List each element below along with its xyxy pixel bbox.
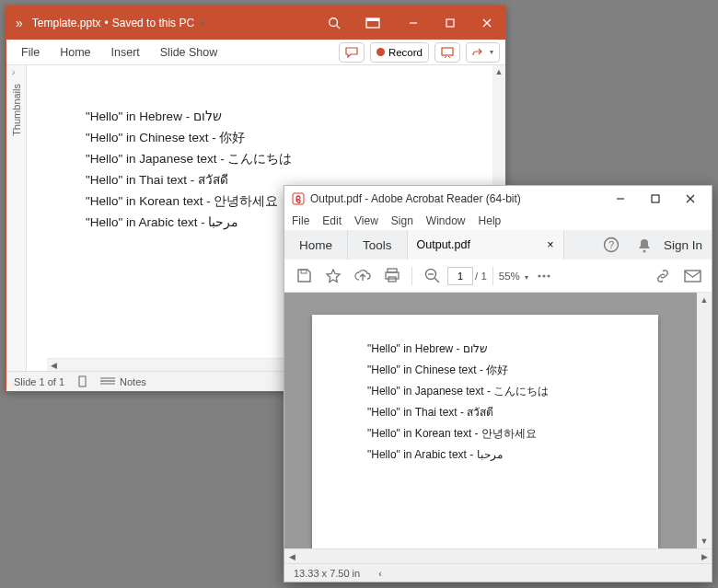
maximize-button[interactable] [432,6,469,40]
page-total: / 1 [475,271,487,282]
more-tools-icon[interactable] [530,262,558,290]
print-icon[interactable] [378,262,406,290]
minimize-button[interactable] [395,6,432,40]
save-icon[interactable] [290,262,318,290]
scroll-down-icon[interactable]: ▼ [697,534,712,548]
status-left-arrow[interactable]: ‹ [378,568,382,579]
star-icon[interactable] [319,262,347,290]
ac-statusbar: 13.33 x 7.50 in ‹ [284,563,712,582]
search-icon[interactable] [318,10,351,36]
ribbon-mode-icon[interactable] [356,10,389,36]
help-icon[interactable]: ? [597,231,625,259]
page-line: "Hello" in Japanese text - こんにちは [367,381,658,402]
tab-slideshow[interactable]: Slide Show [151,42,227,63]
scroll-left-icon[interactable]: ◀ [284,549,299,563]
present-button[interactable] [434,42,460,63]
minimize-button[interactable] [603,186,638,212]
tab-home[interactable]: Home [284,230,348,259]
zoom-out-icon[interactable] [418,262,446,290]
chevron-down-icon[interactable]: ▾ [523,273,528,282]
slide-count: Slide 1 of 1 [14,376,64,387]
page-dims: 13.33 x 7.50 in [294,568,360,579]
share-button[interactable]: ▾ [466,42,500,63]
slide-line: "Hello" in Hebrew - שלום [86,106,492,127]
doc-tab-label: Output.pdf [417,238,470,251]
page-line: "Hello" in Korean text - 안녕하세요 [367,423,658,444]
scroll-up-icon[interactable]: ▲ [492,65,505,78]
svg-point-38 [547,274,550,277]
pp-title: Template.pptx • Saved to this PC ▾ [32,17,318,29]
svg-rect-23 [652,195,659,202]
page-line: "Hello" in Chinese text - 你好 [367,360,658,381]
svg-rect-3 [366,18,379,21]
ac-tabbar: Home Tools Output.pdf × ? Sign In [284,230,712,259]
maximize-button[interactable] [638,186,673,212]
pp-title-sep: • [105,17,109,29]
slide-line: "Hello" in Chinese text - 你好 [86,127,492,148]
tab-tools[interactable]: Tools [348,230,408,259]
menu-sign[interactable]: Sign [391,214,413,227]
accessibility-button[interactable] [77,375,87,387]
record-button[interactable]: Record [370,42,429,63]
svg-line-1 [337,26,341,29]
page-text: "Hello" in Hebrew - שלום "Hello" in Chin… [312,315,658,466]
ac-horizontal-scrollbar[interactable]: ◀ ▶ [284,548,712,563]
more-commands-icon[interactable]: » [6,16,32,30]
record-label: Record [388,47,423,58]
pp-ribbon-tabs: File Home Insert Slide Show Record ▾ [6,40,505,65]
tab-insert[interactable]: Insert [102,42,149,63]
tab-file[interactable]: File [12,42,49,63]
chevron-down-icon[interactable]: ▾ [201,19,204,28]
menu-file[interactable]: File [292,214,309,227]
svg-point-28 [643,249,645,252]
signin-button[interactable]: Sign In [664,238,702,252]
document-tab[interactable]: Output.pdf × [408,230,564,259]
svg-line-34 [434,278,439,282]
close-button[interactable] [673,186,708,212]
scroll-up-icon[interactable]: ▲ [697,293,712,307]
svg-point-37 [542,274,545,277]
pdf-page[interactable]: "Hello" in Hebrew - שלום "Hello" in Chin… [312,315,658,548]
svg-rect-9 [79,376,86,386]
link-icon[interactable] [649,262,677,290]
notes-label: Notes [120,376,146,387]
chevron-down-icon[interactable]: ▾ [490,48,493,56]
cloud-icon[interactable] [349,262,376,290]
comments-button[interactable] [339,42,365,63]
close-button[interactable] [469,6,505,40]
svg-rect-39 [685,271,701,282]
menu-window[interactable]: Window [426,214,466,227]
pp-title-state: Saved to this PC [112,17,194,29]
acrobat-window: Output.pdf - Adobe Acrobat Reader (64-bi… [284,185,712,582]
menu-edit[interactable]: Edit [322,214,342,227]
page-line: "Hello" in Thai text - สวัสดี [367,402,658,423]
ac-title: Output.pdf - Adobe Acrobat Reader (64-bi… [310,192,521,205]
thumbnails-label: Thumbnails [11,84,22,136]
close-tab-icon[interactable]: × [547,238,553,251]
page-line: "Hello" in Arabic text - مرحبا [367,444,658,466]
expand-icon[interactable]: › [12,67,15,77]
svg-point-36 [538,274,540,277]
pp-titlebar[interactable]: » Template.pptx • Saved to this PC ▾ [6,6,505,40]
document-area[interactable]: "Hello" in Hebrew - שלום "Hello" in Chin… [284,293,697,548]
zoom-level[interactable]: 55% ▾ [499,271,528,282]
thumbnails-pane[interactable]: › Thumbnails [6,65,27,371]
record-icon [376,48,385,56]
svg-rect-5 [446,19,454,27]
bell-icon[interactable] [631,231,658,259]
pp-sys-controls [395,6,505,40]
menu-help[interactable]: Help [479,214,502,227]
svg-point-0 [330,18,338,27]
tab-home[interactable]: Home [51,42,99,63]
menu-view[interactable]: View [354,214,378,227]
ac-menubar: File Edit View Sign Window Help [284,212,712,230]
zoom-label: 55% [499,271,520,282]
scroll-right-icon[interactable]: ▶ [697,549,712,563]
svg-text:?: ? [608,239,614,250]
ac-titlebar[interactable]: Output.pdf - Adobe Acrobat Reader (64-bi… [284,186,712,212]
scroll-left-icon[interactable]: ◀ [47,359,60,371]
notes-button[interactable]: Notes [100,376,146,387]
page-input[interactable] [447,267,473,285]
ac-vertical-scrollbar[interactable]: ▲ ▼ [697,293,712,548]
mail-icon[interactable] [678,262,706,290]
